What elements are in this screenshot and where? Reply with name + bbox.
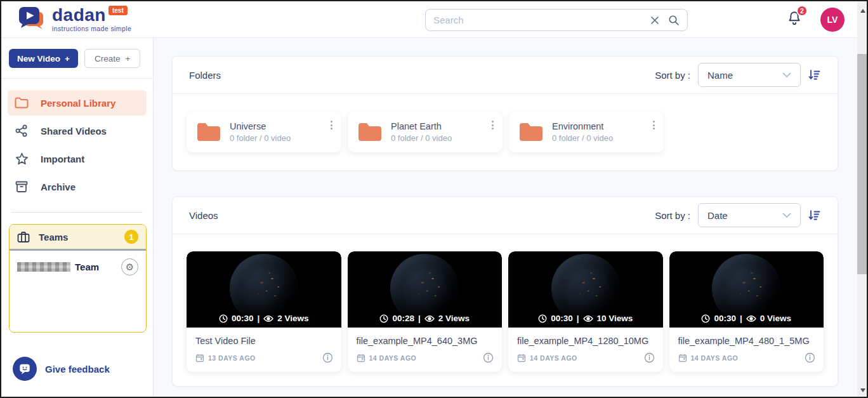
video-title: Test Video File [187, 328, 341, 349]
folders-title: Folders [189, 70, 221, 81]
videos-header: Videos Sort by : Date [173, 197, 838, 234]
video-date: 14 DAYS AGO [369, 354, 417, 362]
new-video-button[interactable]: New Video + [9, 49, 78, 68]
video-views: 0 Views [760, 314, 791, 323]
clock-icon [379, 314, 388, 323]
video-date: 13 DAYS AGO [208, 354, 256, 362]
video-meta-overlay: 00:30 | 0 Views [669, 314, 824, 323]
video-thumbnail[interactable]: 00:30 | 2 Views [187, 251, 341, 328]
eye-icon [746, 315, 756, 322]
avatar[interactable]: LV [820, 8, 845, 32]
sort-value: Name [707, 70, 733, 81]
video-card[interactable]: 00:30 | 0 Views file_example_MP4_480_1_5… [669, 251, 824, 372]
folder-card-planet-earth[interactable]: Planet Earth 0 folder / 0 video [348, 112, 503, 152]
create-button[interactable]: Create + [84, 49, 140, 68]
scrollbar-thumb[interactable] [857, 54, 868, 274]
share-icon [14, 124, 29, 137]
meta-separator: | [577, 314, 579, 323]
info-icon[interactable] [644, 352, 655, 363]
logo[interactable]: dadan test instructions made simple [18, 6, 131, 34]
sidebar-item-label: Archive [41, 182, 76, 192]
search-input[interactable] [433, 15, 650, 25]
video-duration: 00:30 [714, 314, 736, 323]
team-name-suffix: Team [75, 262, 99, 272]
sidebar-item-label: Shared Videos [41, 126, 107, 136]
folders-row: Universe 0 folder / 0 video Planet Earth [173, 94, 838, 170]
logo-tagline: instructions made simple [52, 25, 131, 32]
meta-separator: | [257, 314, 260, 323]
feedback-label: Give feedback [45, 364, 110, 375]
sidebar-divider [11, 212, 143, 213]
folders-panel: Folders Sort by : Name [172, 56, 838, 171]
content: New Video + Create + Personal Library [1, 38, 857, 397]
plus-icon: + [65, 54, 70, 63]
sort-order-icon[interactable] [808, 209, 821, 222]
vertical-scrollbar[interactable] [857, 1, 868, 397]
notification-count-badge: 2 [796, 5, 808, 17]
logo-icon [18, 6, 46, 34]
folder-card-universe[interactable]: Universe 0 folder / 0 video [187, 112, 341, 152]
video-thumbnail[interactable]: 00:30 | 10 Views [508, 251, 663, 328]
sidebar-item-personal-library[interactable]: Personal Library [8, 90, 147, 116]
video-card[interactable]: 00:30 | 2 Views Test Video File 13 DAYS … [187, 251, 341, 372]
archive-icon [14, 181, 29, 193]
clear-search-icon[interactable] [650, 16, 659, 25]
video-card[interactable]: 00:30 | 10 Views file_example_MP4_1280_1… [508, 251, 663, 372]
calendar-icon [678, 354, 687, 362]
env-badge: test [109, 6, 128, 15]
topbar: dadan test instructions made simple [1, 1, 857, 38]
sort-by-label: Sort by : [655, 210, 690, 221]
teams-panel: Teams 1 Team ⚙ [9, 224, 147, 333]
main-area: Folders Sort by : Name [154, 38, 857, 397]
video-date: 14 DAYS AGO [691, 354, 739, 362]
earth-thumbnail-image [712, 254, 780, 322]
teams-header[interactable]: Teams 1 [10, 225, 146, 249]
scroll-up-icon[interactable] [857, 5, 868, 16]
info-icon[interactable] [483, 352, 494, 363]
kebab-menu-icon[interactable] [650, 118, 657, 132]
folders-header: Folders Sort by : Name [173, 56, 838, 94]
video-views: 2 Views [277, 314, 308, 323]
sidebar-item-archive[interactable]: Archive [8, 174, 147, 199]
videos-sort-group: Sort by : Date [655, 203, 821, 227]
briefcase-icon [17, 231, 30, 243]
give-feedback-link[interactable]: Give feedback [13, 357, 153, 381]
sidebar-item-important[interactable]: Important [8, 146, 147, 171]
sort-order-icon[interactable] [808, 69, 821, 81]
team-name-redacted [17, 262, 70, 272]
team-row[interactable]: Team ⚙ [17, 258, 138, 275]
videos-sort-select[interactable]: Date [698, 203, 801, 227]
video-footer: 14 DAYS AGO [508, 349, 663, 372]
sort-value: Date [707, 210, 728, 221]
video-duration: 00:30 [232, 314, 254, 323]
videos-panel: Videos Sort by : Date [172, 196, 838, 387]
video-footer: 14 DAYS AGO [669, 349, 824, 372]
kebab-menu-icon[interactable] [328, 118, 335, 132]
meta-separator: | [740, 314, 742, 323]
folders-sort-select[interactable]: Name [698, 63, 801, 87]
sidebar-item-shared-videos[interactable]: Shared Videos [8, 118, 147, 143]
folder-name: Universe [230, 121, 291, 131]
video-thumbnail[interactable]: 00:30 | 0 Views [669, 251, 824, 328]
info-icon[interactable] [805, 352, 815, 363]
clock-icon [219, 314, 228, 323]
sidebar-nav: Personal Library Shared Videos Important [1, 90, 153, 199]
info-icon[interactable] [322, 352, 333, 363]
folder-meta: 0 folder / 0 video [230, 133, 291, 143]
scroll-down-icon[interactable] [857, 385, 868, 395]
folder-card-environment[interactable]: Environment 0 folder / 0 video [509, 112, 664, 152]
kebab-menu-icon[interactable] [489, 118, 496, 132]
folder-icon [195, 121, 223, 143]
plus-icon: + [125, 54, 130, 63]
sidebar-buttons: New Video + Create + [1, 49, 153, 79]
clock-icon [538, 314, 547, 323]
search-icon[interactable] [668, 15, 680, 26]
sort-by-label: Sort by : [655, 70, 690, 81]
video-thumbnail[interactable]: 00:28 | 2 Views [348, 251, 503, 328]
video-date: 14 DAYS AGO [530, 354, 577, 362]
gear-icon[interactable]: ⚙ [121, 258, 138, 275]
video-card[interactable]: 00:28 | 2 Views file_example_MP4_640_3MG… [348, 251, 503, 372]
earth-thumbnail-image [230, 254, 298, 322]
notifications-bell-icon[interactable]: 2 [786, 10, 803, 29]
video-meta-overlay: 00:30 | 2 Views [187, 314, 341, 323]
